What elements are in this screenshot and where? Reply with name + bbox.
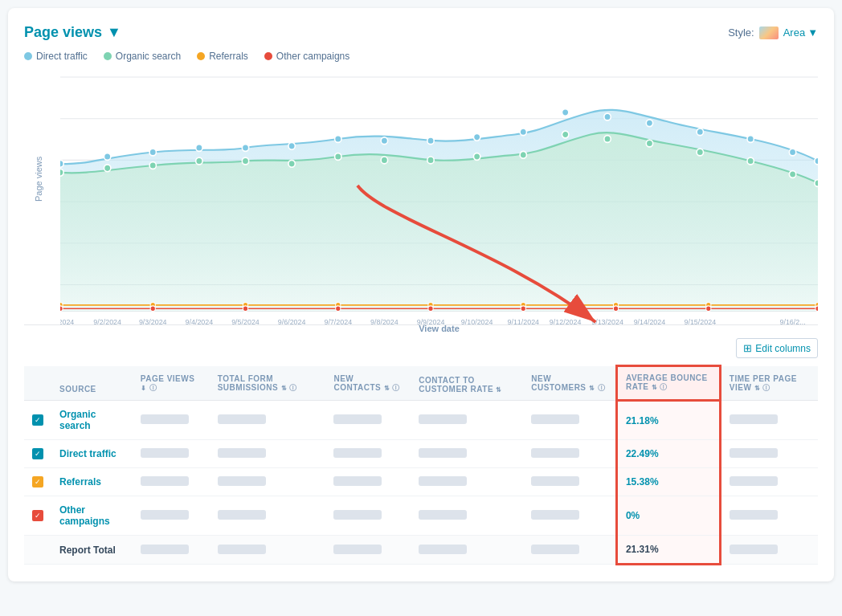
sort-icon-contact-customer: ⇅ [496, 386, 502, 394]
total-label-cell: Report Total [51, 536, 133, 565]
th-contact-customer[interactable]: CONTACT TO CUSTOMER RATE ⇅ [411, 366, 523, 401]
th-contact-customer-label: CONTACT TO CUSTOMER RATE [419, 376, 493, 394]
cell-contact-cust-referrals [411, 468, 523, 496]
style-label: Style: [728, 27, 754, 39]
svg-point-62 [336, 306, 341, 312]
svg-point-46 [697, 149, 703, 156]
th-time-per-page[interactable]: TIME PER PAGE VIEW ⇅ ⓘ [720, 366, 818, 401]
svg-point-29 [747, 136, 754, 143]
svg-point-20 [335, 136, 341, 143]
th-page-views-label: PAGE VIEWS [141, 374, 195, 383]
th-source-label: SOURCE [59, 385, 96, 394]
total-checkbox-cell [24, 536, 51, 565]
svg-point-60 [150, 306, 155, 312]
total-form-sub [210, 536, 326, 565]
legend-item-other[interactable]: Other campaigns [264, 51, 349, 62]
blurred-value [531, 414, 579, 424]
total-page-views [133, 536, 210, 565]
svg-point-33 [104, 165, 110, 172]
svg-point-45 [646, 140, 652, 147]
edit-columns-button[interactable]: ⊞ Edit columns [736, 338, 818, 358]
chart-svg: 300 250 200 150 100 50 0 [60, 68, 818, 324]
row-checkbox-organic[interactable]: ✓ [24, 401, 51, 440]
th-new-contacts[interactable]: NEW CONTACTS ⇅ ⓘ [325, 366, 411, 401]
svg-point-67 [815, 306, 818, 312]
y-axis-label: Page views [34, 156, 43, 201]
th-page-views[interactable]: PAGE VIEWS ⬇ ⓘ [133, 366, 210, 401]
sort-icon-new-contacts: ⇅ [384, 385, 390, 392]
style-value-text: Area [783, 27, 805, 39]
sort-icon-form-submissions: ⇅ [281, 385, 288, 392]
svg-point-21 [381, 137, 387, 145]
blurred-value [141, 448, 189, 458]
legend-dot-direct [24, 52, 32, 60]
legend-item-organic[interactable]: Organic search [104, 51, 181, 62]
style-caret-icon: ▼ [807, 27, 818, 39]
blurred-value [730, 510, 778, 520]
blurred-value [419, 545, 467, 554]
info-icon-time-per-page: ⓘ [762, 384, 770, 392]
blurred-value [419, 414, 467, 424]
chart-title[interactable]: Page views ▼ [24, 24, 121, 41]
cell-time-page-referrals [720, 468, 818, 496]
cell-avg-bounce-organic: 21.18% [616, 401, 720, 440]
sort-icon-avg-bounce: ⇅ [652, 384, 658, 391]
th-avg-bounce-rate[interactable]: AVERAGE BOUNCE RATE ⇅ ⓘ [616, 366, 720, 401]
svg-text:9/16/2...: 9/16/2... [779, 318, 805, 324]
th-new-customers[interactable]: NEW CUSTOMERS ⇅ ⓘ [523, 366, 616, 401]
row-checkbox-other[interactable]: ✓ [24, 496, 51, 536]
sort-icon-page-views: ⬇ [141, 385, 147, 392]
cell-form-sub-direct [210, 440, 326, 468]
svg-point-23 [473, 133, 480, 141]
row-checkbox-referrals[interactable]: ✓ [24, 468, 51, 496]
edit-columns-label: Edit columns [755, 343, 811, 354]
cell-contact-cust-organic [411, 401, 523, 440]
legend-label-direct: Direct traffic [36, 51, 88, 62]
svg-text:9/6/2024: 9/6/2024 [278, 318, 306, 324]
blurred-value [218, 545, 266, 554]
cell-page-views-organic [133, 401, 210, 440]
style-dropdown-btn[interactable]: Area ▼ [783, 27, 818, 39]
legend-item-referrals[interactable]: Referrals [197, 51, 248, 62]
cell-source-referrals: Referrals [51, 468, 133, 496]
cell-source-organic: Organic search [51, 401, 133, 440]
title-caret-icon: ▼ [107, 24, 121, 41]
legend-item-direct[interactable]: Direct traffic [24, 51, 88, 62]
row-checkbox-direct[interactable]: ✓ [24, 440, 51, 468]
blurred-value [730, 448, 778, 458]
blurred-value [333, 476, 382, 486]
table-row: ✓ Direct traffic 22.49% [24, 440, 818, 468]
svg-point-17 [196, 145, 202, 152]
svg-point-16 [149, 149, 156, 156]
source-link-organic[interactable]: Organic search [59, 409, 96, 431]
svg-text:9/11/2024: 9/11/2024 [507, 318, 539, 324]
blurred-value [218, 510, 266, 520]
source-link-direct[interactable]: Direct traffic [59, 448, 116, 459]
svg-text:9/15/2024: 9/15/2024 [685, 318, 717, 324]
analytics-table: SOURCE PAGE VIEWS ⬇ ⓘ TOTAL FORM SUBMISS… [24, 365, 818, 565]
cell-contact-cust-other [411, 496, 523, 536]
svg-point-26 [604, 113, 611, 120]
svg-point-61 [243, 306, 247, 312]
cell-avg-bounce-referrals: 15.38% [616, 468, 720, 496]
svg-text:9/7/2024: 9/7/2024 [324, 318, 352, 324]
svg-point-14 [60, 160, 63, 167]
cell-form-sub-organic [210, 401, 326, 440]
cell-page-views-referrals [133, 468, 210, 496]
cell-time-page-other [720, 496, 818, 536]
cell-form-sub-other [210, 496, 326, 536]
svg-point-40 [427, 157, 434, 164]
th-form-submissions[interactable]: TOTAL FORM SUBMISSIONS ⇅ ⓘ [210, 366, 326, 401]
svg-point-34 [149, 162, 156, 169]
style-control: Style: Area ▼ [728, 27, 818, 39]
blurred-value [141, 510, 189, 520]
svg-point-48 [789, 171, 795, 178]
th-new-customers-label: NEW CUSTOMERS [531, 374, 586, 392]
svg-point-47 [747, 157, 754, 165]
source-link-referrals[interactable]: Referrals [59, 476, 101, 487]
source-link-other[interactable]: Other campaigns [59, 504, 110, 527]
svg-point-22 [427, 137, 434, 145]
blurred-value [531, 510, 579, 520]
svg-point-59 [60, 306, 63, 312]
svg-point-35 [196, 157, 202, 165]
